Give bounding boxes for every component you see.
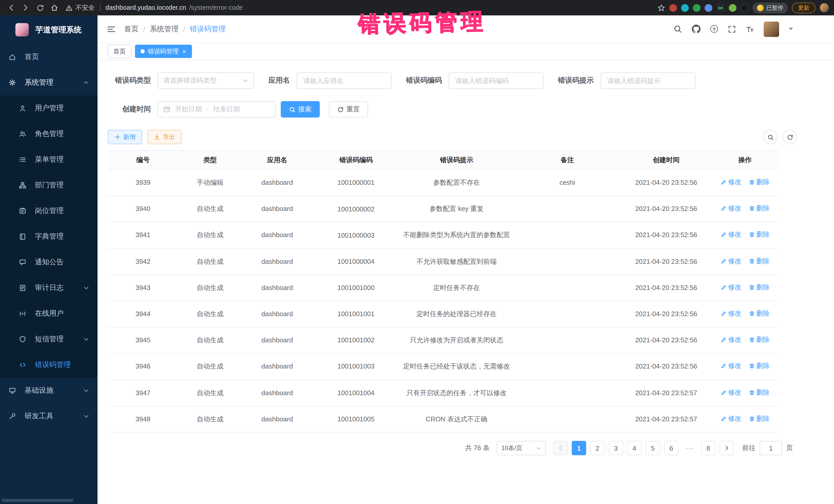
sidebar-item-roles[interactable]: 角色管理 [0,121,97,147]
delete-link[interactable]: 删除 [749,256,770,266]
delete-link[interactable]: 删除 [749,230,770,240]
page-button[interactable]: 3 [609,441,623,455]
browser-extension-icon[interactable] [741,4,748,12]
delete-link[interactable]: 删除 [749,177,770,187]
browser-extension-icon[interactable] [693,4,701,12]
bookmark-star-icon[interactable] [657,4,665,12]
export-button[interactable]: 导出 [147,130,182,144]
browser-extension-icon[interactable] [729,4,737,12]
app-name-label: 应用名 [268,76,290,85]
edit-link[interactable]: 修改 [720,335,741,345]
tab-home[interactable]: 首页 [108,45,131,58]
tab-error-code[interactable]: 错误码管理 × [135,45,192,58]
more-pages-button[interactable]: ··· [683,441,697,455]
fullscreen-icon[interactable] [728,25,736,33]
create-time-range-picker[interactable]: 开始日期 - 结束日期 [158,101,276,117]
delete-link[interactable]: 删除 [749,308,770,319]
sidebar-item-system[interactable]: 系统管理 [0,70,97,95]
breadcrumb-system[interactable]: 系统管理 [150,24,179,34]
search-icon[interactable] [673,25,682,34]
browser-extension-on-badge[interactable]: on [717,4,725,12]
edit-link[interactable]: 修改 [720,387,741,397]
edit-link[interactable]: 修改 [720,414,741,424]
back-icon[interactable] [5,2,18,14]
delete-link[interactable]: 删除 [749,387,770,397]
sidebar-item-users[interactable]: 用户管理 [0,95,97,121]
error-hint-input[interactable] [600,72,696,89]
browser-update-button[interactable]: 更新 [792,2,815,13]
edit-link[interactable]: 修改 [720,177,741,187]
page-button[interactable]: 2 [590,441,605,455]
sidebar-item-home[interactable]: 首页 [0,44,97,70]
font-size-icon[interactable] [746,25,754,33]
page-button[interactable]: 5 [646,441,660,455]
delete-link[interactable]: 删除 [749,335,770,345]
user-avatar[interactable] [764,21,779,37]
sidebar-item-audit-log[interactable]: 审计日志 [0,275,97,301]
browser-extension-icon[interactable] [669,4,677,12]
page-button[interactable]: 6 [664,441,679,455]
jump-page-input[interactable] [760,441,782,455]
error-type-select[interactable]: 请选择错误码类型 [158,72,254,89]
address-bar[interactable]: 不安全 dashboard.yudao.iocoder.cn/system/er… [66,3,655,12]
table-header-row: 编号 类型 应用名 错误码编码 错误码提示 备注 创建时间 操作 [108,151,778,170]
error-code-input[interactable] [448,72,544,89]
prev-page-button[interactable] [553,441,568,455]
sidebar-item-sms[interactable]: 短信管理 [0,326,97,352]
collapse-sidebar-icon[interactable] [107,25,116,33]
delete-link[interactable]: 删除 [749,282,770,292]
table-row: 3943 自动生成 dashboard 1001001000 定时任务不存在 2… [108,275,778,301]
sidebar-item-online-users[interactable]: 在线用户 [0,301,97,326]
jump-prefix: 前往 [742,443,755,453]
help-icon[interactable]: ? [710,25,718,33]
browser-home-icon[interactable] [48,2,61,14]
edit-link[interactable]: 修改 [720,361,741,371]
delete-link[interactable]: 删除 [749,203,770,214]
app-name-input[interactable] [297,72,392,89]
col-create-time: 创建时间 [621,151,711,170]
table-row: 3948 自动生成 dashboard 1001001005 CRON 表达式不… [108,406,778,432]
page-button[interactable]: 4 [627,441,641,455]
breadcrumb-home[interactable]: 首页 [124,24,138,34]
paused-chip[interactable]: 已暂停 [752,2,788,13]
edit-link[interactable]: 修改 [720,256,741,266]
github-icon[interactable] [692,25,701,34]
sidebar-item-error-code[interactable]: 错误码管理 [0,352,97,378]
browser-actions: on 已暂停 更新 [657,2,829,13]
edit-link[interactable]: 修改 [720,308,741,319]
toggle-search-button[interactable] [763,130,777,144]
sidebar-item-infrastructure[interactable]: 基础设施 [0,378,97,403]
edit-link[interactable]: 修改 [720,230,741,240]
browser-extension-icon[interactable] [705,4,712,12]
refresh-table-button[interactable] [783,130,797,144]
search-button[interactable]: 搜索 [281,101,320,117]
page-button[interactable]: 1 [572,441,586,455]
code-icon [19,361,26,369]
create-time-label: 创建时间 [108,105,151,114]
sidebar-item-departments[interactable]: 部门管理 [0,172,97,198]
delete-link[interactable]: 删除 [749,414,770,424]
add-button[interactable]: 新增 [108,130,142,144]
forward-icon[interactable] [20,2,32,14]
delete-link[interactable]: 删除 [749,361,770,371]
sidebar-scrollbar[interactable] [2,499,73,502]
sidebar-item-posts[interactable]: 岗位管理 [0,198,97,224]
edit-link[interactable]: 修改 [720,282,741,292]
sidebar-item-dicts[interactable]: 字典管理 [0,224,97,249]
reload-icon[interactable] [34,2,46,14]
close-tab-icon[interactable]: × [182,48,186,54]
sidebar-item-notices[interactable]: 通知公告 [0,249,97,275]
error-code-label: 错误码编码 [406,76,442,85]
sidebar-item-menus[interactable]: 菜单管理 [0,147,97,172]
browser-extension-icon[interactable] [681,4,689,12]
sidebar-item-dev-tools[interactable]: 研发工具 [0,403,97,429]
col-app: 应用名 [242,151,312,170]
caret-down-icon[interactable] [789,28,793,30]
sms-icon [19,336,26,343]
page-size-select[interactable]: 10条/页 [497,441,546,455]
browser-profile-avatar[interactable] [820,3,829,12]
page-button[interactable]: 8 [701,441,716,455]
reset-button[interactable]: 重置 [329,101,368,117]
next-page-button[interactable] [720,441,734,455]
edit-link[interactable]: 修改 [720,203,741,214]
